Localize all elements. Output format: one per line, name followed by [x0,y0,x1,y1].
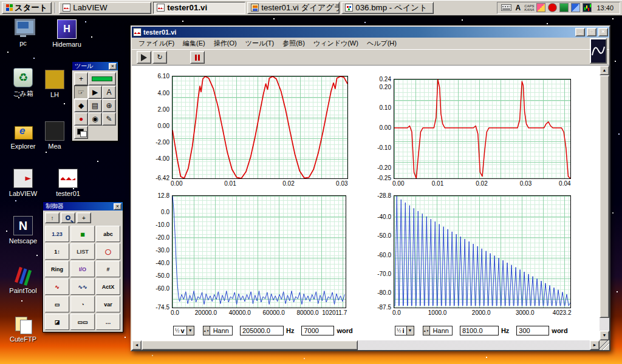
classic-controls[interactable]: ◪ [45,314,69,330]
search-button[interactable] [61,212,75,223]
string-path-controls[interactable]: abc [96,226,120,242]
ime-mode-indicator[interactable]: A [514,4,522,12]
select-controls[interactable]: … [96,314,120,330]
horizontal-scroll-thumb[interactable] [142,340,358,350]
task-button-tester01-panel[interactable]: tester01.vi [153,2,245,14]
edit-text-tool[interactable]: A [102,86,116,99]
scroll-left-icon[interactable]: ◄ [132,340,142,350]
taskbar-clock[interactable]: 13:40 [594,4,616,12]
auto-tool-led[interactable] [88,72,116,86]
decoration-controls[interactable]: ▭ [45,296,69,312]
desktop-icon-cuteftp[interactable]: CuteFTP [1,314,45,343]
sample-count-field-right[interactable]: 300 [516,326,549,335]
scroll-down-icon[interactable]: ▼ [600,331,609,340]
dropdown-arrow-icon[interactable]: ▼ [406,326,414,335]
task-button-labview[interactable]: LabVIEW [59,2,151,14]
desktop-icon-lh[interactable]: LH [38,70,72,98]
paint-brush-tool[interactable]: ✎ [102,112,116,126]
color-tool[interactable] [74,126,88,139]
task-monitor-icon[interactable] [583,3,592,12]
auto-tool[interactable]: + [74,72,88,86]
boolean-controls[interactable]: ◼ [70,226,95,242]
sample-rate-field-right[interactable]: 8100.0 [460,326,499,335]
menu-item[interactable]: ヘルプ(H) [363,38,401,49]
vertical-scrollbar[interactable]: ▲ ▼ [600,66,609,340]
graph-current-waveform[interactable] [394,79,571,179]
desktop-icon-pc[interactable]: pc [1,18,45,47]
scroll-up-icon[interactable]: ▲ [600,66,609,75]
controls-palette-titlebar[interactable]: 制御器 × [43,202,123,211]
graph-current-spectrum[interactable] [394,195,571,308]
dropdown-arrow-icon[interactable]: ▼ [186,326,194,335]
desktop-icon-labview[interactable]: LabVIEW [1,169,45,197]
sample-rate-field-left[interactable]: 205000.0 [240,326,284,335]
channel-selector-v[interactable]: ½ v ▼ [173,326,194,335]
desktop-icon-tester01[interactable]: tester01 [46,169,90,197]
ring-controls[interactable]: ◯ [96,243,120,260]
menu-item[interactable]: ファイル(F) [134,38,179,49]
ring-spinner-icon[interactable]: ▲▼ [423,326,430,335]
scroll-tool[interactable]: ⊕ [102,99,116,112]
x-axis-tick-label: 0.00 [171,180,182,187]
scroll-right-icon[interactable]: ► [590,340,600,350]
array-controls[interactable]: 1↕ [45,243,69,260]
horizontal-scrollbar[interactable]: ◄ ► [132,340,600,350]
graph-voltage-waveform[interactable] [172,76,348,179]
breakpoint-tool[interactable]: ● [74,112,88,126]
close-icon[interactable]: × [109,63,117,70]
desktop-icon-netscape[interactable]: N Netscape [1,216,45,244]
close-icon[interactable]: × [114,203,121,210]
object-menu-tool[interactable]: ▤ [88,99,102,112]
ime-toolbar-icon[interactable] [536,3,545,12]
menu-item[interactable]: 操作(O) [210,38,241,49]
desktop-icon-painttool[interactable]: PaintTool [1,266,45,294]
close-button[interactable]: × [598,28,608,36]
task-button-paint[interactable]: 036.bmp - ペイント [341,2,434,14]
pause-button[interactable] [190,51,205,64]
graph-voltage-spectrum[interactable] [172,195,346,308]
numeric-controls[interactable]: 1.23 [45,226,69,242]
menu-item[interactable]: ウィンドウ(W) [309,38,363,49]
variant-controls[interactable]: var [96,296,120,312]
options-button[interactable]: + [77,212,91,223]
ring-spinner-icon[interactable]: ▲▼ [203,326,210,335]
start-button[interactable]: スタート [2,2,52,14]
window-function-ring-right[interactable]: ▲▼ Hann [423,326,453,335]
io-controls[interactable]: I/O [70,261,95,277]
menu-item[interactable]: ツール(T) [241,38,279,49]
window-resize-grip[interactable] [600,340,609,350]
window-function-ring-left[interactable]: ▲▼ Hann [203,326,233,335]
maximize-button[interactable]: □ [587,28,596,36]
sound-volume-icon[interactable] [571,3,580,12]
container-controls[interactable]: ▭▭ [70,314,95,330]
network-status-icon[interactable] [559,3,569,12]
chart-controls[interactable]: ∿∿ [70,278,95,295]
minimize-button[interactable]: _ [575,28,585,36]
y-axis-tick-label: -20.0 [140,234,169,241]
menu-item[interactable]: 編集(E) [179,38,210,49]
refnum-controls[interactable]: # [96,261,120,277]
wire-tool[interactable]: ◆ [74,99,88,112]
channel-selector-i[interactable]: ½ i ▼ [395,326,414,335]
antivirus-icon[interactable] [548,3,557,12]
vertical-scroll-thumb[interactable] [600,75,609,318]
user-controls[interactable]: ◔ [70,296,95,312]
desktop-icon-hidemaru[interactable]: H Hidemaru [45,19,89,48]
up-level-button[interactable]: ↑ [45,212,60,223]
task-button-tester01-diagram[interactable]: tester01.vi ダイアグラム [247,2,340,14]
probe-tool[interactable]: ◉ [88,112,102,126]
window-titlebar[interactable]: tester01.vi _ □ × [132,27,609,38]
operate-value-tool[interactable]: ☞ [74,86,88,99]
keyboard-layout-icon[interactable] [501,4,511,11]
menu-item[interactable]: 参照(B) [278,38,309,49]
tools-palette-titlebar[interactable]: ツール × [72,62,118,70]
run-continuous-button[interactable]: ↻ [152,51,167,64]
position-tool[interactable]: ▶ [88,86,102,99]
sample-count-field-left[interactable]: 7000 [301,326,334,335]
run-button[interactable] [137,51,151,64]
desktop-icon-mea[interactable]: Mea [38,121,72,150]
activex-controls[interactable]: ActX [96,278,120,295]
list-table-controls[interactable]: LIST [70,243,95,260]
enum-controls[interactable]: Ring [45,261,69,277]
graph-controls[interactable]: ∿ [45,278,69,295]
